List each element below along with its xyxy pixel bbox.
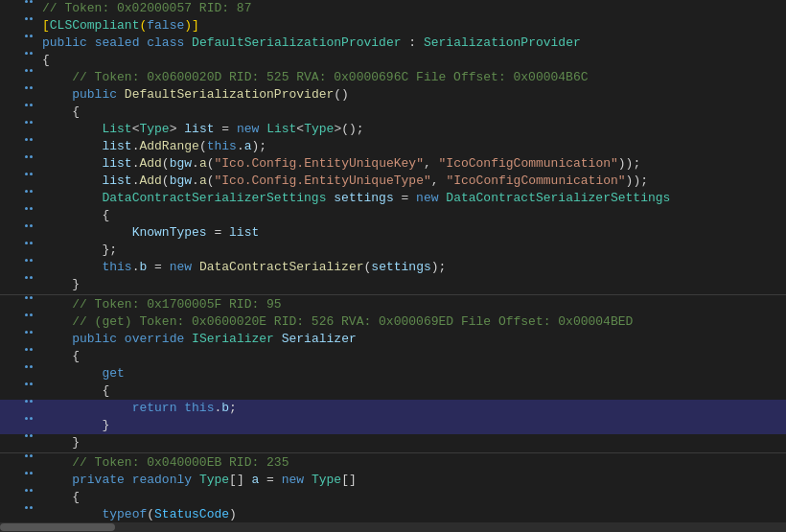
- gutter-dots: [4, 35, 33, 37]
- token-keyword: this: [207, 139, 237, 153]
- code-line: {: [0, 489, 786, 506]
- token-plain: [42, 191, 102, 205]
- token-plain: [87, 35, 95, 50]
- token-method: a: [199, 156, 207, 171]
- gutter-dots: [4, 242, 33, 244]
- line-gutter: [4, 472, 38, 474]
- code-line: DataContractSerializerSettings settings …: [0, 190, 786, 207]
- line-gutter: [4, 313, 38, 316]
- code-line: public DefaultSerializationProvider(): [0, 86, 786, 104]
- line-content: }: [38, 417, 786, 434]
- code-line: public override ISerializer Serializer: [0, 331, 786, 348]
- token-var: b: [221, 401, 229, 415]
- code-line: // Token: 0x0600020D RID: 525 RVA: 0x000…: [0, 69, 786, 86]
- token-keyword: private: [72, 473, 125, 487]
- token-plain: .: [192, 156, 199, 171]
- line-gutter: [4, 207, 38, 210]
- gutter-dots: [4, 69, 33, 72]
- token-plain: );: [252, 139, 267, 153]
- gutter-dots: [4, 382, 33, 385]
- line-content: {: [38, 207, 786, 224]
- gutter-dots: [4, 104, 33, 106]
- token-plain: [259, 122, 266, 136]
- token-var: list: [102, 173, 131, 188]
- line-content: this.b = new DataContractSerializer(sett…: [38, 259, 786, 276]
- token-method: DefaultSerializationProvider: [125, 87, 334, 102]
- token-comment: // Token: 0x1700005F RID: 95: [72, 297, 281, 312]
- code-line: }: [0, 434, 786, 451]
- token-keyword: get: [102, 366, 124, 381]
- code-line: get: [0, 365, 786, 382]
- token-plain: ,: [431, 173, 447, 188]
- token-plain: =: [215, 122, 237, 136]
- token-plain: ));: [626, 173, 648, 188]
- code-line: }: [0, 276, 786, 293]
- line-gutter: [4, 0, 38, 3]
- line-gutter: [4, 417, 38, 420]
- line-gutter: [4, 104, 38, 106]
- token-var: list: [229, 225, 259, 240]
- token-plain: [42, 173, 102, 188]
- line-gutter: [4, 35, 38, 37]
- code-line: }: [0, 417, 786, 434]
- line-gutter: [4, 69, 38, 72]
- token-plain: >: [170, 122, 185, 136]
- token-plain: =: [259, 473, 281, 487]
- token-type: DataContractSerializerSettings: [446, 191, 670, 205]
- token-type: ISerializer: [192, 332, 274, 346]
- token-plain: );: [431, 260, 447, 274]
- line-content: };: [38, 242, 786, 259]
- gutter-dots: [4, 17, 33, 20]
- token-var: settings: [371, 260, 430, 274]
- token-plain: =: [147, 260, 169, 274]
- line-gutter: [4, 400, 38, 403]
- code-line: [CLSCompliant(false)]: [0, 17, 786, 35]
- line-gutter: [4, 138, 38, 141]
- token-plain: {: [42, 208, 109, 222]
- line-gutter: [4, 190, 38, 193]
- line-content: List<Type> list = new List<Type>();: [38, 121, 786, 138]
- code-line: list.Add(bgw.a("Ico.Config.EntityUniqueT…: [0, 173, 786, 190]
- token-plain: [304, 473, 312, 487]
- line-content: public DefaultSerializationProvider(): [38, 86, 786, 104]
- gutter-dots: [4, 259, 33, 262]
- token-plain: [42, 366, 102, 381]
- token-type: Type: [199, 473, 229, 487]
- gutter-dots: [4, 472, 33, 474]
- token-plain: (: [162, 156, 170, 171]
- gutter-dots: [4, 86, 33, 89]
- token-bracket: ]: [192, 18, 199, 33]
- token-comment: // (get) Token: 0x0600020E RID: 526 RVA:…: [72, 314, 633, 329]
- horizontal-scrollbar[interactable]: [0, 522, 786, 532]
- token-plain: =: [207, 225, 229, 240]
- token-keyword: public: [72, 87, 117, 102]
- code-line: public sealed class DefaultSerialization…: [0, 35, 786, 52]
- token-plain: .: [192, 173, 199, 188]
- code-divider: [0, 452, 786, 453]
- line-content: list.AddRange(this.a);: [38, 138, 786, 155]
- scrollbar-thumb[interactable]: [0, 523, 115, 531]
- line-gutter: [4, 52, 38, 55]
- line-content: [CLSCompliant(false)]: [38, 17, 786, 35]
- token-string: "IcoConfigCommunication": [439, 156, 618, 171]
- code-divider: [0, 294, 786, 295]
- line-gutter: [4, 489, 38, 492]
- code-line: list.AddRange(this.a);: [0, 138, 786, 155]
- token-plain: [184, 35, 192, 50]
- token-type: List: [266, 122, 296, 136]
- code-line: KnownTypes = list: [0, 224, 786, 242]
- token-keyword: new: [170, 260, 192, 274]
- token-plain: =: [394, 191, 416, 205]
- token-plain: (: [162, 173, 170, 188]
- token-var: list: [102, 156, 131, 171]
- token-bracket: [: [42, 18, 50, 33]
- token-comment: // Token: 0x0600020D RID: 525 RVA: 0x000…: [72, 70, 588, 84]
- token-plain: [42, 314, 72, 329]
- line-gutter: [4, 121, 38, 124]
- token-var: a: [244, 139, 252, 153]
- token-plain: {: [42, 383, 109, 398]
- gutter-dots: [4, 365, 33, 368]
- token-plain: (): [334, 87, 349, 102]
- token-plain: <: [296, 122, 304, 136]
- token-plain: ;: [229, 401, 237, 415]
